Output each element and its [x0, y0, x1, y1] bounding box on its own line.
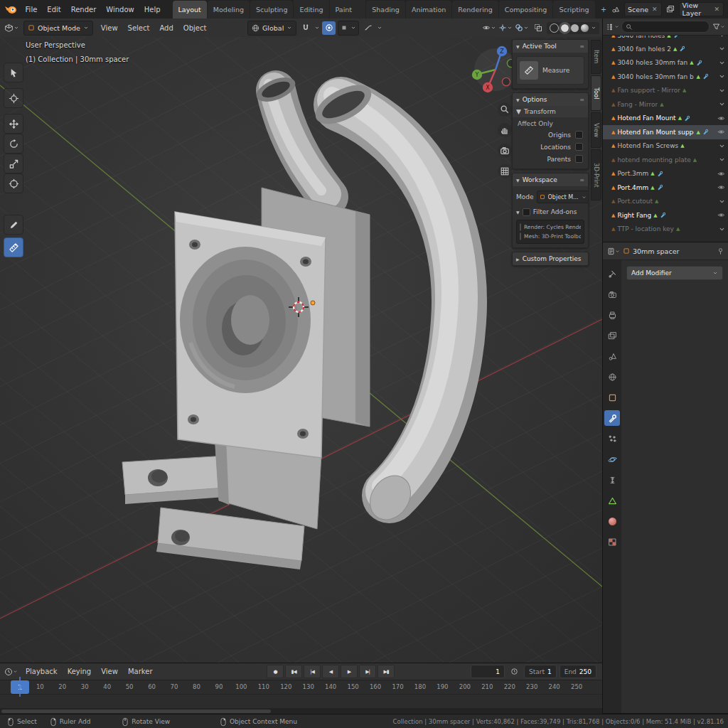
chevron-down-icon[interactable]	[719, 143, 725, 149]
outliner-search-input[interactable]	[621, 21, 710, 33]
locations-checkbox[interactable]	[575, 143, 583, 151]
chevron-down-icon[interactable]	[719, 226, 725, 232]
outliner-row-hotend-fan-mount[interactable]: ▲Hotend Fan Mount▲	[603, 112, 728, 126]
object-properties-tab[interactable]	[604, 390, 620, 405]
filter-addons-checkbox[interactable]	[523, 208, 530, 216]
view-layer-remove-icon[interactable]: ✕	[713, 6, 720, 13]
select-box-tool-button[interactable]	[4, 63, 23, 82]
timeline-menu-keying[interactable]: Keying	[63, 663, 97, 680]
outliner-row-port-4mm[interactable]: ▲Port.4mm▲	[603, 181, 728, 195]
texture-properties-tab[interactable]	[604, 534, 620, 550]
app-menu-window[interactable]: Window	[101, 6, 139, 14]
blender-logo-icon[interactable]	[4, 3, 18, 16]
start-frame-field[interactable]: Start 1	[524, 665, 557, 678]
move-tool-button[interactable]	[4, 114, 23, 134]
hide-in-viewport-eye-icon[interactable]	[717, 114, 725, 122]
chevron-down-icon[interactable]	[719, 156, 725, 163]
viewport-menu-view[interactable]: View	[96, 19, 123, 37]
output-properties-tab[interactable]	[604, 307, 620, 323]
workspace-tab-shading[interactable]: Shading	[366, 1, 405, 18]
outliner-row-3040-fan-holes[interactable]: ▲3040 fan holes▲	[603, 36, 728, 42]
proportional-editing-toggle[interactable]	[322, 21, 336, 35]
browse-view-layer-icon[interactable]	[666, 5, 675, 14]
transform-subpanel-header[interactable]: ▼ Transform	[513, 106, 588, 117]
sidebar-tab-tool[interactable]: Tool	[591, 75, 601, 111]
viewport-menu-select[interactable]: Select	[123, 19, 155, 37]
gizmos-dropdown[interactable]	[498, 21, 513, 35]
render-properties-tab[interactable]	[604, 287, 620, 302]
outliner-row-3040-fan-holes-2[interactable]: ▲3040 fan holes 2▲	[603, 42, 728, 56]
outliner-row-hotend-mounting-plate[interactable]: ▲hotend mounting plate▲	[603, 153, 728, 167]
next-keyframe-button[interactable]: ▶|	[359, 665, 376, 678]
outliner-row-fang-mirror[interactable]: ▲Fang - Mirror▲	[603, 97, 728, 112]
timeline-menu-marker[interactable]: Marker	[123, 663, 158, 680]
auto-keying-button[interactable]: ●	[267, 665, 284, 678]
play-button[interactable]: ▶	[341, 665, 358, 678]
scene-selector[interactable]: Scene ✕	[624, 2, 662, 16]
viewport-menu-add[interactable]: Add	[154, 19, 178, 37]
viewport-menu-object[interactable]: Object	[178, 19, 212, 37]
sidebar-tab-view[interactable]: View	[591, 112, 601, 148]
3d-viewport[interactable]: User Perspective (1) Collection | 30mm s…	[0, 37, 602, 663]
shading-material-button[interactable]	[571, 24, 579, 32]
timeline-ruler[interactable]: 1102030405060708090100110120130140150160…	[0, 680, 602, 695]
chevron-down-icon[interactable]	[719, 73, 725, 80]
chevron-down-icon[interactable]	[719, 36, 725, 38]
browse-scene-icon[interactable]	[611, 5, 620, 14]
sidebar-tab-3d-print[interactable]: 3D-Print	[591, 149, 601, 200]
outliner-row-3040-holes-30mm-fan[interactable]: ▲3040 holes 30mm fan▲	[603, 56, 728, 70]
workspace-tab-rendering[interactable]: Rendering	[452, 1, 498, 18]
annotate-tool-button[interactable]	[4, 215, 23, 235]
falloff-chevron[interactable]	[377, 25, 382, 31]
parents-checkbox[interactable]	[575, 155, 583, 163]
hide-in-viewport-eye-icon[interactable]	[717, 211, 725, 219]
jump-to-end-button[interactable]: ▶▮	[378, 665, 395, 678]
transform-orientation-dropdown[interactable]: Global	[247, 21, 296, 36]
hide-in-viewport-eye-icon[interactable]	[717, 170, 725, 178]
outliner-row-right-fang[interactable]: ▲Right Fang▲	[603, 208, 728, 223]
chevron-down-icon[interactable]	[719, 87, 725, 94]
outliner-row-3040-holes-30mm-fan-bolts[interactable]: ▲3040 holes 30mm fan bolts▲	[603, 70, 728, 84]
custom-properties-header[interactable]: ▶ Custom Properties	[513, 252, 588, 265]
properties-editor-type-icon[interactable]	[606, 245, 620, 258]
hide-in-viewport-eye-icon[interactable]	[717, 128, 725, 136]
workspace-tab-uv-editing[interactable]: UV Editing	[294, 0, 328, 18]
scene-properties-tab[interactable]	[604, 348, 620, 364]
shading-options-chevron[interactable]	[591, 25, 596, 31]
workspace-tab-modeling[interactable]: Modeling	[208, 1, 250, 18]
app-menu-file[interactable]: File	[21, 6, 43, 14]
workspace-panel-header[interactable]: ▼ Workspace ≡	[513, 173, 588, 186]
scene-unlink-icon[interactable]: ✕	[651, 6, 658, 13]
object-visibility-dropdown[interactable]	[482, 21, 496, 35]
shading-solid-button[interactable]	[561, 24, 569, 32]
outliner-row-fan-support-mirror[interactable]: ▲Fan support - Mirror▲	[603, 84, 728, 98]
workspace-tab-animation[interactable]: Animation	[406, 1, 451, 18]
workspace-mode-dropdown[interactable]: Object M...	[537, 191, 589, 203]
origins-checkbox[interactable]	[575, 131, 583, 139]
outliner-row-hotend-fan-mount-support[interactable]: ▲Hotend Fan Mount support▲	[603, 125, 728, 139]
mode-selector[interactable]: Object Mode	[23, 21, 93, 36]
timeline-lane[interactable]	[0, 695, 602, 708]
snap-settings-chevron[interactable]	[314, 25, 320, 31]
workspace-tab-sculpting[interactable]: Sculpting	[250, 1, 293, 18]
view-layer-properties-tab[interactable]	[604, 328, 620, 343]
toggle-ortho-grid-icon[interactable]	[498, 164, 512, 178]
shading-rendered-button[interactable]	[581, 24, 589, 32]
timeline-menu-playback[interactable]: Playback	[21, 663, 63, 680]
end-frame-field[interactable]: End 250	[560, 665, 596, 678]
transform-tool-button[interactable]	[4, 173, 23, 193]
addon-checkbox[interactable]	[520, 232, 521, 240]
outliner-display-mode-dropdown[interactable]	[606, 20, 619, 33]
editor-type-selector[interactable]	[4, 21, 19, 35]
workspace-tab-texture-paint[interactable]: Texture Paint	[330, 0, 366, 18]
shading-wireframe-button[interactable]	[550, 23, 559, 33]
xray-toggle[interactable]	[531, 21, 545, 35]
scale-tool-button[interactable]	[4, 154, 23, 173]
outliner-row-port-3mm[interactable]: ▲Port.3mm▲	[603, 167, 728, 181]
cursor-tool-button[interactable]	[4, 88, 23, 108]
current-frame-field[interactable]: 1	[471, 665, 505, 678]
snap-target-dropdown[interactable]	[338, 21, 359, 36]
app-menu-render[interactable]: Render	[66, 6, 102, 14]
modifiers-properties-tab[interactable]	[604, 410, 620, 426]
app-menu-edit[interactable]: Edit	[42, 6, 65, 14]
